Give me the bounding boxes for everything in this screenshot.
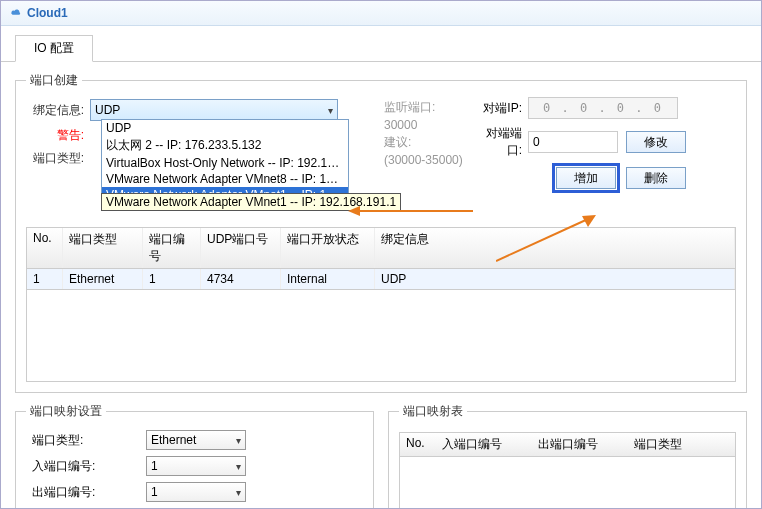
window-title: Cloud1 [27, 6, 68, 20]
svg-line-2 [496, 219, 588, 261]
in-port-label: 入端口编号: [26, 458, 146, 475]
peer-port-label: 对端端口: [472, 125, 528, 159]
peer-port-input[interactable] [528, 131, 618, 153]
out-port-label: 出端口编号: [26, 484, 146, 501]
delete-button[interactable]: 删除 [626, 167, 686, 189]
listen-port-value: 30000 [384, 118, 463, 132]
map-table-header: No. 入端口编号 出端口编号 端口类型 [399, 432, 736, 457]
dropdown-option[interactable]: VMware Network Adapter VMnet8 -- IP: 192… [102, 171, 348, 187]
port-table: No. 端口类型 端口编号 UDP端口号 端口开放状态 绑定信息 1 Ether… [26, 227, 736, 382]
listen-port-group: 监听端口: 30000 建议: (30000-35000) [384, 99, 463, 169]
port-type-label: 端口类型: [26, 150, 90, 167]
port-create-legend: 端口创建 [26, 72, 82, 89]
title-bar: Cloud1 [1, 1, 761, 26]
port-map-table-panel: 端口映射表 No. 入端口编号 出端口编号 端口类型 删除 [388, 403, 747, 509]
map-setting-legend: 端口映射设置 [26, 403, 106, 420]
port-create-panel: 端口创建 绑定信息: UDP ▾ 警告: 端口类型: UDP 以太网 2 -- … [15, 72, 747, 393]
peer-ip-label: 对端IP: [472, 100, 528, 117]
annotation-arrow-icon [496, 213, 596, 263]
tab-io-config[interactable]: IO 配置 [15, 35, 93, 62]
dropdown-option[interactable]: VirtualBox Host-Only Network -- IP: 192.… [102, 155, 348, 171]
suggest-label: 建议: [384, 134, 463, 151]
table-empty-space [26, 290, 736, 382]
port-map-setting-panel: 端口映射设置 端口类型: Ethernet▾ 入端口编号: 1▾ 出端口编号: … [15, 403, 374, 509]
chevron-down-icon: ▾ [236, 461, 241, 472]
tab-bar: IO 配置 [1, 26, 761, 62]
chevron-down-icon: ▾ [236, 435, 241, 446]
annotation-arrow-icon [348, 201, 478, 221]
map-port-type-label: 端口类型: [26, 432, 146, 449]
cloud-icon [9, 6, 23, 20]
warning-label: 警告: [26, 127, 90, 144]
table-header: No. 端口类型 端口编号 UDP端口号 端口开放状态 绑定信息 [26, 227, 736, 269]
out-port-select[interactable]: 1▾ [146, 482, 246, 502]
map-table-legend: 端口映射表 [399, 403, 467, 420]
map-port-type-select[interactable]: Ethernet▾ [146, 430, 246, 450]
chevron-down-icon: ▾ [328, 105, 333, 116]
peer-ip-input[interactable]: 0 . 0 . 0 . 0 [528, 97, 678, 119]
suggest-range: (30000-35000) [384, 153, 463, 167]
add-button[interactable]: 增加 [556, 167, 616, 189]
dropdown-option[interactable]: 以太网 2 -- IP: 176.233.5.132 [102, 136, 348, 155]
bind-info-select[interactable]: UDP ▾ [90, 99, 338, 121]
table-row[interactable]: 1 Ethernet 1 4734 Internal UDP [26, 269, 736, 290]
bind-info-dropdown[interactable]: UDP 以太网 2 -- IP: 176.233.5.132 VirtualBo… [101, 119, 349, 204]
svg-marker-1 [348, 206, 360, 216]
map-table-body [399, 457, 736, 509]
modify-button[interactable]: 修改 [626, 131, 686, 153]
in-port-select[interactable]: 1▾ [146, 456, 246, 476]
dropdown-option[interactable]: UDP [102, 120, 348, 136]
listen-port-label: 监听端口: [384, 99, 463, 116]
bind-info-label: 绑定信息: [26, 102, 90, 119]
chevron-down-icon: ▾ [236, 487, 241, 498]
